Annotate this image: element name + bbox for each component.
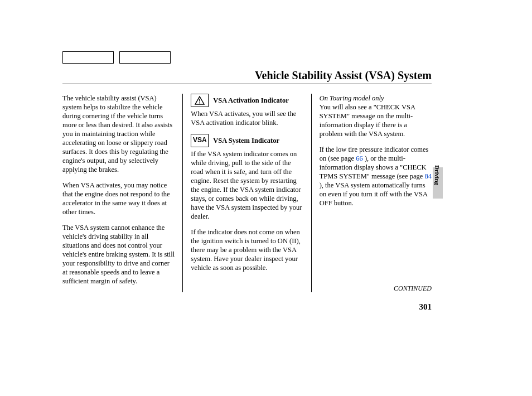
vsa-activation-indicator-text: When VSA activates, you will see the VSA… (191, 109, 303, 127)
vsa-activation-indicator-row: VSA Activation Indicator (191, 94, 303, 107)
vsa-system-indicator-label: VSA System Indicator (213, 136, 279, 145)
vsa-system-indicator-row: VSA VSA System Indicator (191, 134, 303, 147)
col1-para-3: The VSA system cannot enhance the vehicl… (62, 223, 175, 286)
column-1: The vehicle stability assist (VSA) syste… (62, 94, 182, 292)
page-ref-84[interactable]: 84 (424, 172, 432, 180)
col3-p2-c: ), the VSA system automatically turns on… (320, 181, 428, 207)
vsa-system-indicator-text: If the VSA system indicator comes on whi… (191, 149, 303, 221)
continued-label: CONTINUED (394, 284, 432, 293)
col1-para-2: When VSA activates, you may notice that … (62, 181, 175, 216)
column-3: On Touring model only You will also see … (312, 94, 432, 292)
title-rule (62, 84, 432, 84)
model-note: On Touring model only (320, 94, 432, 103)
page-ref-66[interactable]: 66 (356, 154, 363, 162)
svg-point-2 (199, 103, 200, 104)
col3-para-2: If the low tire pressure indicator comes… (320, 145, 432, 207)
page-title: Vehicle Stability Assist (VSA) System (255, 69, 432, 82)
warning-triangle-icon (191, 94, 209, 107)
page-number: 301 (419, 302, 432, 312)
col1-para-1: The vehicle stability assist (VSA) syste… (62, 94, 175, 174)
header-placeholder-2 (119, 51, 171, 64)
vsa-activation-indicator-label: VSA Activation Indicator (213, 96, 288, 105)
col2-para-3: If the indicator does not come on when t… (191, 228, 303, 272)
body-columns: The vehicle stability assist (VSA) syste… (62, 94, 432, 292)
section-label: Driving (434, 165, 441, 185)
vsa-icon: VSA (191, 134, 209, 147)
header-placeholder-1 (62, 51, 114, 64)
col3-para-1: You will also see a "CHECK VSA SYSTEM" m… (320, 103, 432, 138)
column-2: VSA Activation Indicator When VSA activa… (182, 94, 311, 292)
